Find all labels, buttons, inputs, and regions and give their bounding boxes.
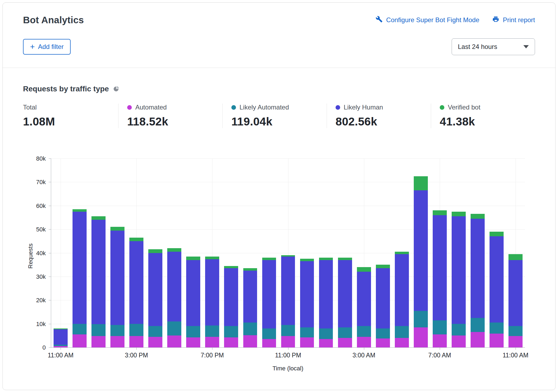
bar-segment-automated	[433, 334, 447, 347]
likely-automated-legend-dot	[231, 105, 236, 110]
y-tick-label: 80k	[25, 155, 46, 162]
bar-segment-likely-automated	[262, 328, 276, 339]
bar-segment-automated	[300, 337, 314, 347]
print-link-label: Print report	[503, 16, 535, 24]
bar-segment-likely-human	[262, 260, 276, 328]
header-links: Configure Super Bot Fight Mode Print rep…	[376, 16, 535, 24]
bar-segment-likely-human	[300, 261, 314, 327]
bar-segment-likely-human	[224, 268, 238, 326]
x-tick-label: 3:00 PM	[125, 352, 148, 359]
bar-segment-verified-bot	[508, 254, 523, 260]
card-header: Bot Analytics Configure Super Bot Fight …	[3, 3, 555, 68]
bar-segment-automated	[508, 336, 523, 347]
stat-likely-human-value: 802.56k	[336, 115, 431, 128]
bar-segment-likely-human	[186, 260, 200, 326]
time-range-select[interactable]: Last 24 hours	[452, 38, 535, 55]
bar-segment-verified-bot	[110, 227, 124, 230]
bar-segment-likely-human	[433, 215, 447, 320]
bar-segment-automated	[91, 336, 106, 347]
bar-segment-likely-human	[376, 268, 390, 328]
stat-likely-human-label: Likely Human	[344, 104, 383, 111]
bar-segment-likely-automated	[300, 327, 314, 338]
bar-segment-likely-human	[471, 219, 485, 318]
plot-area: 010k20k30k40k50k60k70k80k11:00 AM3:00 PM…	[51, 158, 525, 348]
bar-segment-automated	[452, 335, 466, 347]
bar-segment-likely-human	[110, 231, 124, 325]
y-tick-mark	[49, 347, 51, 348]
bar-segment-automated	[243, 335, 257, 347]
x-tick-mark	[516, 347, 516, 350]
bar-segment-likely-human	[281, 257, 295, 325]
x-tick-mark	[212, 347, 212, 350]
verified-bot-legend-dot	[440, 105, 444, 110]
bar-segment-likely-human	[54, 329, 68, 345]
x-tick-label: 11:00 PM	[275, 352, 301, 359]
y-tick-mark	[49, 253, 51, 253]
bar-segment-verified-bot	[490, 232, 504, 236]
requests-section: Requests by traffic type Total 1.08M	[3, 68, 555, 372]
bar-segment-automated	[376, 338, 390, 347]
bar-segment-verified-bot	[243, 268, 257, 271]
stat-automated-label: Automated	[135, 104, 167, 111]
bar-segment-likely-automated	[54, 345, 68, 346]
stat-likely-automated-label: Likely Automated	[239, 104, 289, 111]
x-tick-label: 7:00 PM	[201, 352, 224, 359]
bar-segment-verified-bot	[281, 255, 295, 256]
x-tick-mark	[440, 347, 440, 350]
y-tick-label: 20k	[25, 297, 46, 304]
bar-segment-automated	[490, 334, 504, 347]
bar-segment-verified-bot	[395, 252, 409, 254]
configure-super-bot-fight-mode-link[interactable]: Configure Super Bot Fight Mode	[376, 16, 479, 24]
page-title: Bot Analytics	[23, 15, 84, 25]
bar-segment-likely-automated	[167, 321, 181, 335]
y-tick-label: 70k	[25, 179, 46, 186]
bar-segment-verified-bot	[357, 267, 371, 272]
x-tick-label: 11:00 AM	[48, 352, 73, 359]
bar-segment-verified-bot	[224, 266, 238, 268]
bar-segment-verified-bot	[452, 212, 466, 216]
y-tick-label: 60k	[25, 202, 46, 210]
bar-segment-likely-human	[508, 260, 523, 326]
bar-segment-likely-automated	[508, 326, 523, 336]
bar-segment-likely-automated	[186, 326, 200, 337]
chevron-down-icon	[523, 45, 529, 48]
print-report-link[interactable]: Print report	[492, 16, 535, 24]
bar-segment-automated	[54, 346, 68, 347]
y-tick-label: 40k	[25, 250, 46, 257]
bar-segment-verified-bot	[433, 210, 447, 215]
y-tick-label: 0	[25, 344, 46, 351]
bot-analytics-card: Bot Analytics Configure Super Bot Fight …	[2, 2, 556, 390]
stat-automated-value: 118.52k	[127, 115, 222, 128]
bar-segment-automated	[73, 334, 87, 347]
x-tick-mark	[61, 347, 61, 350]
bar-segment-verified-bot	[319, 258, 333, 260]
stat-total-label: Total	[23, 104, 37, 111]
header-top: Bot Analytics Configure Super Bot Fight …	[23, 15, 535, 25]
stat-automated-label-row: Automated	[127, 104, 222, 111]
bar-segment-likely-automated	[376, 328, 390, 338]
bar-segment-likely-human	[73, 212, 87, 324]
section-title: Requests by traffic type	[23, 85, 109, 93]
bar-segment-likely-human	[414, 190, 428, 311]
stat-verified-bot-label: Verified bot	[448, 104, 480, 111]
bar-segment-automated	[414, 327, 428, 347]
bar-segment-likely-automated	[91, 324, 106, 336]
bar-segment-verified-bot	[73, 209, 87, 212]
bar-segment-verified-bot	[167, 248, 181, 252]
bar-segment-verified-bot	[91, 216, 106, 220]
gridline-v	[61, 158, 61, 347]
bar-segment-likely-automated	[319, 328, 333, 339]
bar-segment-likely-automated	[148, 326, 162, 337]
y-tick-mark	[49, 206, 51, 206]
x-tick-label: 3:00 AM	[352, 352, 375, 359]
y-tick-label: 10k	[25, 321, 46, 328]
stat-verified-bot: Verified bot 41.38k	[431, 104, 535, 128]
configure-link-label: Configure Super Bot Fight Mode	[386, 16, 479, 24]
bar-segment-likely-automated	[129, 324, 143, 336]
y-tick-mark	[49, 300, 51, 300]
bar-segment-likely-automated	[243, 323, 257, 335]
bar-segment-likely-automated	[357, 326, 371, 337]
bar-segment-likely-automated	[471, 318, 485, 332]
bar-segment-automated	[395, 338, 409, 347]
add-filter-button[interactable]: + Add filter	[23, 39, 71, 55]
